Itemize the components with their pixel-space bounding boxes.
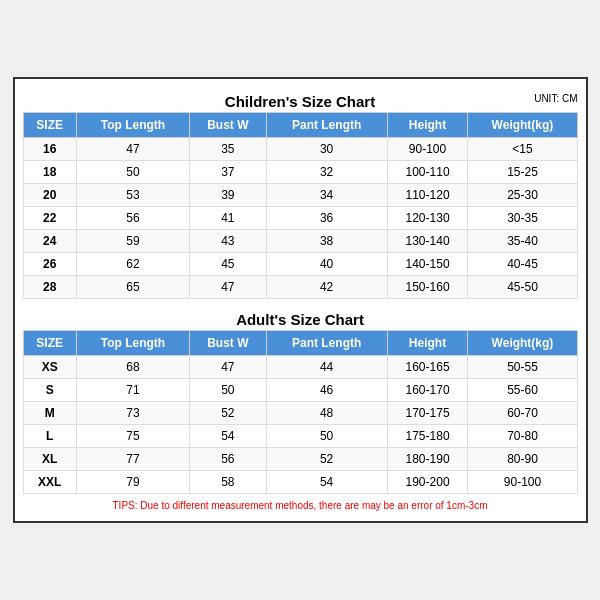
table-cell: 30-35 xyxy=(468,207,577,230)
table-cell: 71 xyxy=(76,379,189,402)
table-cell: 50 xyxy=(76,161,189,184)
table-cell: 50 xyxy=(266,425,387,448)
table-cell: 120-130 xyxy=(387,207,468,230)
table-cell: 60-70 xyxy=(468,402,577,425)
table-row: 18503732100-11015-25 xyxy=(23,161,577,184)
table-cell: XS xyxy=(23,356,76,379)
table-cell: 170-175 xyxy=(387,402,468,425)
col-bust-children: Bust W xyxy=(190,113,267,138)
table-cell: 56 xyxy=(76,207,189,230)
table-cell: 25-30 xyxy=(468,184,577,207)
col-pant-length-children: Pant Length xyxy=(266,113,387,138)
children-title: Children's Size Chart UNIT: CM xyxy=(23,87,578,112)
table-cell: S xyxy=(23,379,76,402)
table-cell: 47 xyxy=(76,138,189,161)
table-cell: 24 xyxy=(23,230,76,253)
table-row: 28654742150-16045-50 xyxy=(23,276,577,299)
col-top-length-adults: Top Length xyxy=(76,331,189,356)
table-cell: 62 xyxy=(76,253,189,276)
table-row: XL775652180-19080-90 xyxy=(23,448,577,471)
table-cell: 32 xyxy=(266,161,387,184)
adults-table-body: XS684744160-16550-55S715046160-17055-60M… xyxy=(23,356,577,494)
table-cell: 79 xyxy=(76,471,189,494)
col-pant-length-adults: Pant Length xyxy=(266,331,387,356)
table-cell: 65 xyxy=(76,276,189,299)
table-cell: 40-45 xyxy=(468,253,577,276)
table-cell: 140-150 xyxy=(387,253,468,276)
table-row: 22564136120-13030-35 xyxy=(23,207,577,230)
adults-title: Adult's Size Chart xyxy=(23,305,578,330)
table-cell: 50 xyxy=(190,379,267,402)
table-cell: 35-40 xyxy=(468,230,577,253)
table-cell: 50-55 xyxy=(468,356,577,379)
table-cell: 35 xyxy=(190,138,267,161)
table-cell: 75 xyxy=(76,425,189,448)
size-chart-container: Children's Size Chart UNIT: CM SIZE Top … xyxy=(13,77,588,523)
table-cell: L xyxy=(23,425,76,448)
table-cell: 56 xyxy=(190,448,267,471)
table-cell: 43 xyxy=(190,230,267,253)
table-row: S715046160-17055-60 xyxy=(23,379,577,402)
table-cell: 180-190 xyxy=(387,448,468,471)
col-height-adults: Height xyxy=(387,331,468,356)
children-title-text: Children's Size Chart xyxy=(225,93,375,110)
table-cell: 100-110 xyxy=(387,161,468,184)
table-cell: 16 xyxy=(23,138,76,161)
table-cell: 70-80 xyxy=(468,425,577,448)
table-cell: XL xyxy=(23,448,76,471)
table-cell: 190-200 xyxy=(387,471,468,494)
col-size-adults: SIZE xyxy=(23,331,76,356)
table-cell: 44 xyxy=(266,356,387,379)
table-row: 20533934110-12025-30 xyxy=(23,184,577,207)
table-cell: 175-180 xyxy=(387,425,468,448)
table-row: 26624540140-15040-45 xyxy=(23,253,577,276)
col-height-children: Height xyxy=(387,113,468,138)
table-cell: 37 xyxy=(190,161,267,184)
unit-label-children: UNIT: CM xyxy=(534,93,577,104)
table-cell: 77 xyxy=(76,448,189,471)
table-cell: 47 xyxy=(190,356,267,379)
table-cell: 34 xyxy=(266,184,387,207)
table-row: L755450175-18070-80 xyxy=(23,425,577,448)
table-cell: 130-140 xyxy=(387,230,468,253)
adults-header-row: SIZE Top Length Bust W Pant Length Heigh… xyxy=(23,331,577,356)
children-size-table: SIZE Top Length Bust W Pant Length Heigh… xyxy=(23,112,578,299)
adults-title-text: Adult's Size Chart xyxy=(236,311,364,328)
table-row: XXL795854190-20090-100 xyxy=(23,471,577,494)
children-table-body: 1647353090-100<1518503732100-11015-25205… xyxy=(23,138,577,299)
table-cell: 38 xyxy=(266,230,387,253)
table-cell: 46 xyxy=(266,379,387,402)
table-cell: 45 xyxy=(190,253,267,276)
table-cell: 53 xyxy=(76,184,189,207)
table-cell: 41 xyxy=(190,207,267,230)
table-cell: 54 xyxy=(266,471,387,494)
col-bust-adults: Bust W xyxy=(190,331,267,356)
table-cell: 90-100 xyxy=(387,138,468,161)
table-cell: 55-60 xyxy=(468,379,577,402)
table-cell: M xyxy=(23,402,76,425)
adults-size-table: SIZE Top Length Bust W Pant Length Heigh… xyxy=(23,330,578,494)
table-cell: 52 xyxy=(190,402,267,425)
table-cell: <15 xyxy=(468,138,577,161)
col-size-children: SIZE xyxy=(23,113,76,138)
table-cell: 80-90 xyxy=(468,448,577,471)
table-cell: 20 xyxy=(23,184,76,207)
table-cell: 47 xyxy=(190,276,267,299)
table-cell: 59 xyxy=(76,230,189,253)
children-header-row: SIZE Top Length Bust W Pant Length Heigh… xyxy=(23,113,577,138)
col-top-length-children: Top Length xyxy=(76,113,189,138)
table-cell: 73 xyxy=(76,402,189,425)
table-cell: 22 xyxy=(23,207,76,230)
table-cell: 52 xyxy=(266,448,387,471)
table-cell: 36 xyxy=(266,207,387,230)
tips-text: TIPS: Due to different measurement metho… xyxy=(23,494,578,513)
table-cell: 48 xyxy=(266,402,387,425)
table-cell: 45-50 xyxy=(468,276,577,299)
table-cell: 54 xyxy=(190,425,267,448)
table-cell: XXL xyxy=(23,471,76,494)
table-cell: 39 xyxy=(190,184,267,207)
table-cell: 160-165 xyxy=(387,356,468,379)
table-row: XS684744160-16550-55 xyxy=(23,356,577,379)
table-cell: 30 xyxy=(266,138,387,161)
table-cell: 42 xyxy=(266,276,387,299)
